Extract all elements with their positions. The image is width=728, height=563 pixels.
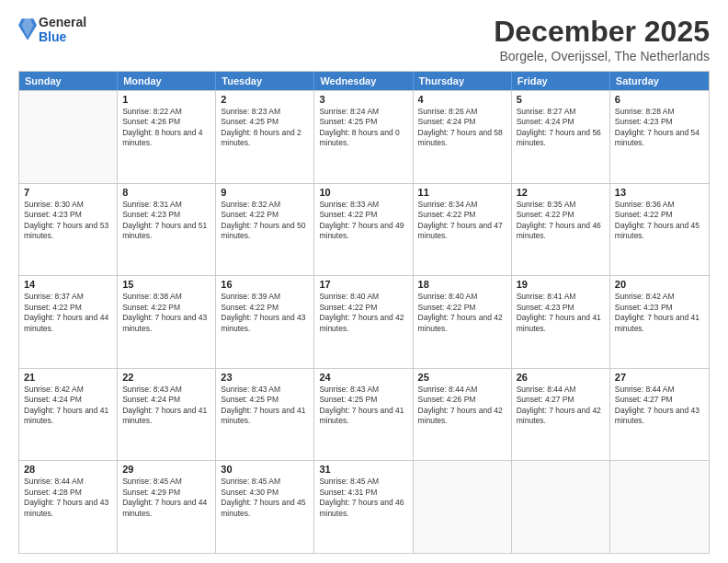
cell-info: Sunrise: 8:34 AM Sunset: 4:22 PM Dayligh… bbox=[418, 200, 506, 242]
calendar-cell: 31Sunrise: 8:45 AM Sunset: 4:31 PM Dayli… bbox=[314, 461, 413, 553]
header-day-wednesday: Wednesday bbox=[314, 72, 413, 90]
cell-date: 18 bbox=[418, 279, 506, 290]
calendar-cell: 8Sunrise: 8:31 AM Sunset: 4:23 PM Daylig… bbox=[118, 184, 216, 276]
calendar-week-2: 7Sunrise: 8:30 AM Sunset: 4:23 PM Daylig… bbox=[19, 183, 709, 276]
cell-date: 30 bbox=[221, 464, 309, 475]
calendar-cell: 26Sunrise: 8:44 AM Sunset: 4:27 PM Dayli… bbox=[512, 369, 610, 461]
header-day-friday: Friday bbox=[512, 72, 610, 90]
cell-date: 6 bbox=[615, 94, 704, 105]
logo-icon bbox=[18, 17, 37, 42]
cell-date: 29 bbox=[122, 464, 210, 475]
cell-date: 3 bbox=[319, 94, 407, 105]
cell-date: 28 bbox=[24, 464, 112, 475]
cell-info: Sunrise: 8:44 AM Sunset: 4:27 PM Dayligh… bbox=[517, 385, 605, 427]
cell-info: Sunrise: 8:37 AM Sunset: 4:22 PM Dayligh… bbox=[24, 292, 112, 334]
cell-info: Sunrise: 8:32 AM Sunset: 4:22 PM Dayligh… bbox=[221, 200, 309, 242]
cell-date: 19 bbox=[517, 279, 605, 290]
cell-info: Sunrise: 8:43 AM Sunset: 4:25 PM Dayligh… bbox=[319, 385, 407, 427]
cell-info: Sunrise: 8:23 AM Sunset: 4:25 PM Dayligh… bbox=[221, 107, 309, 149]
calendar-cell bbox=[610, 461, 709, 553]
cell-info: Sunrise: 8:35 AM Sunset: 4:22 PM Dayligh… bbox=[517, 200, 605, 242]
cell-date: 27 bbox=[615, 372, 704, 383]
calendar-cell: 15Sunrise: 8:38 AM Sunset: 4:22 PM Dayli… bbox=[118, 276, 216, 368]
cell-date: 7 bbox=[24, 187, 112, 198]
cell-date: 21 bbox=[24, 372, 112, 383]
cell-date: 13 bbox=[615, 187, 704, 198]
cell-info: Sunrise: 8:45 AM Sunset: 4:31 PM Dayligh… bbox=[319, 477, 407, 519]
calendar-cell: 30Sunrise: 8:45 AM Sunset: 4:30 PM Dayli… bbox=[216, 461, 314, 553]
cell-date: 24 bbox=[319, 372, 407, 383]
cell-date: 20 bbox=[615, 279, 704, 290]
calendar-cell: 7Sunrise: 8:30 AM Sunset: 4:23 PM Daylig… bbox=[19, 184, 118, 276]
calendar-cell: 25Sunrise: 8:44 AM Sunset: 4:26 PM Dayli… bbox=[414, 369, 512, 461]
cell-info: Sunrise: 8:36 AM Sunset: 4:22 PM Dayligh… bbox=[615, 200, 704, 242]
cell-date: 9 bbox=[221, 187, 309, 198]
page: General Blue December 2025 Borgele, Over… bbox=[0, 0, 728, 563]
cell-info: Sunrise: 8:44 AM Sunset: 4:27 PM Dayligh… bbox=[615, 385, 704, 427]
header-day-thursday: Thursday bbox=[414, 72, 512, 90]
calendar-cell: 18Sunrise: 8:40 AM Sunset: 4:22 PM Dayli… bbox=[414, 276, 512, 368]
cell-date: 26 bbox=[517, 372, 605, 383]
calendar-cell: 27Sunrise: 8:44 AM Sunset: 4:27 PM Dayli… bbox=[610, 369, 709, 461]
calendar-cell: 16Sunrise: 8:39 AM Sunset: 4:22 PM Dayli… bbox=[216, 276, 314, 368]
cell-date: 4 bbox=[418, 94, 506, 105]
cell-date: 5 bbox=[517, 94, 605, 105]
calendar-cell: 1Sunrise: 8:22 AM Sunset: 4:26 PM Daylig… bbox=[118, 91, 216, 183]
subtitle: Borgele, Overijssel, The Netherlands bbox=[494, 49, 710, 63]
cell-date: 23 bbox=[221, 372, 309, 383]
calendar-cell: 12Sunrise: 8:35 AM Sunset: 4:22 PM Dayli… bbox=[512, 184, 610, 276]
cell-info: Sunrise: 8:43 AM Sunset: 4:24 PM Dayligh… bbox=[122, 385, 210, 427]
calendar-cell: 5Sunrise: 8:27 AM Sunset: 4:24 PM Daylig… bbox=[512, 91, 610, 183]
cell-info: Sunrise: 8:42 AM Sunset: 4:24 PM Dayligh… bbox=[24, 385, 112, 427]
cell-date: 12 bbox=[517, 187, 605, 198]
cell-info: Sunrise: 8:27 AM Sunset: 4:24 PM Dayligh… bbox=[517, 107, 605, 149]
header-day-sunday: Sunday bbox=[19, 72, 118, 90]
cell-info: Sunrise: 8:39 AM Sunset: 4:22 PM Dayligh… bbox=[221, 292, 309, 334]
cell-info: Sunrise: 8:44 AM Sunset: 4:26 PM Dayligh… bbox=[418, 385, 506, 427]
calendar-cell: 14Sunrise: 8:37 AM Sunset: 4:22 PM Dayli… bbox=[19, 276, 118, 368]
calendar: SundayMondayTuesdayWednesdayThursdayFrid… bbox=[18, 71, 710, 554]
cell-info: Sunrise: 8:43 AM Sunset: 4:25 PM Dayligh… bbox=[221, 385, 309, 427]
calendar-cell: 24Sunrise: 8:43 AM Sunset: 4:25 PM Dayli… bbox=[314, 369, 413, 461]
cell-date: 1 bbox=[122, 94, 210, 105]
calendar-cell: 2Sunrise: 8:23 AM Sunset: 4:25 PM Daylig… bbox=[216, 91, 314, 183]
calendar-cell: 21Sunrise: 8:42 AM Sunset: 4:24 PM Dayli… bbox=[19, 369, 118, 461]
cell-info: Sunrise: 8:42 AM Sunset: 4:23 PM Dayligh… bbox=[615, 292, 704, 334]
calendar-cell: 22Sunrise: 8:43 AM Sunset: 4:24 PM Dayli… bbox=[118, 369, 216, 461]
cell-date: 11 bbox=[418, 187, 506, 198]
calendar-cell: 23Sunrise: 8:43 AM Sunset: 4:25 PM Dayli… bbox=[216, 369, 314, 461]
calendar-cell: 6Sunrise: 8:28 AM Sunset: 4:23 PM Daylig… bbox=[610, 91, 709, 183]
calendar-cell: 20Sunrise: 8:42 AM Sunset: 4:23 PM Dayli… bbox=[610, 276, 709, 368]
calendar-week-4: 21Sunrise: 8:42 AM Sunset: 4:24 PM Dayli… bbox=[19, 368, 709, 461]
cell-date: 10 bbox=[319, 187, 407, 198]
cell-info: Sunrise: 8:40 AM Sunset: 4:22 PM Dayligh… bbox=[418, 292, 506, 334]
calendar-cell: 9Sunrise: 8:32 AM Sunset: 4:22 PM Daylig… bbox=[216, 184, 314, 276]
header-day-monday: Monday bbox=[118, 72, 216, 90]
cell-info: Sunrise: 8:38 AM Sunset: 4:22 PM Dayligh… bbox=[122, 292, 210, 334]
calendar-cell: 19Sunrise: 8:41 AM Sunset: 4:23 PM Dayli… bbox=[512, 276, 610, 368]
calendar-cell: 11Sunrise: 8:34 AM Sunset: 4:22 PM Dayli… bbox=[414, 184, 512, 276]
cell-info: Sunrise: 8:22 AM Sunset: 4:26 PM Dayligh… bbox=[122, 107, 210, 149]
cell-info: Sunrise: 8:33 AM Sunset: 4:22 PM Dayligh… bbox=[319, 200, 407, 242]
calendar-week-3: 14Sunrise: 8:37 AM Sunset: 4:22 PM Dayli… bbox=[19, 275, 709, 368]
calendar-cell bbox=[414, 461, 512, 553]
calendar-week-5: 28Sunrise: 8:44 AM Sunset: 4:28 PM Dayli… bbox=[19, 460, 709, 553]
calendar-cell: 17Sunrise: 8:40 AM Sunset: 4:22 PM Dayli… bbox=[314, 276, 413, 368]
cell-date: 31 bbox=[319, 464, 407, 475]
calendar-cell bbox=[512, 461, 610, 553]
cell-date: 25 bbox=[418, 372, 506, 383]
cell-date: 16 bbox=[221, 279, 309, 290]
calendar-cell: 10Sunrise: 8:33 AM Sunset: 4:22 PM Dayli… bbox=[314, 184, 413, 276]
cell-info: Sunrise: 8:41 AM Sunset: 4:23 PM Dayligh… bbox=[517, 292, 605, 334]
title-block: December 2025 Borgele, Overijssel, The N… bbox=[494, 15, 710, 63]
logo-text: General Blue bbox=[39, 15, 86, 44]
calendar-body: 1Sunrise: 8:22 AM Sunset: 4:26 PM Daylig… bbox=[19, 90, 709, 553]
calendar-cell: 28Sunrise: 8:44 AM Sunset: 4:28 PM Dayli… bbox=[19, 461, 118, 553]
cell-date: 8 bbox=[122, 187, 210, 198]
cell-info: Sunrise: 8:26 AM Sunset: 4:24 PM Dayligh… bbox=[418, 107, 506, 149]
cell-info: Sunrise: 8:24 AM Sunset: 4:25 PM Dayligh… bbox=[319, 107, 407, 149]
cell-date: 2 bbox=[221, 94, 309, 105]
header-day-tuesday: Tuesday bbox=[216, 72, 314, 90]
logo-blue-text: Blue bbox=[39, 29, 86, 44]
calendar-week-1: 1Sunrise: 8:22 AM Sunset: 4:26 PM Daylig… bbox=[19, 90, 709, 183]
